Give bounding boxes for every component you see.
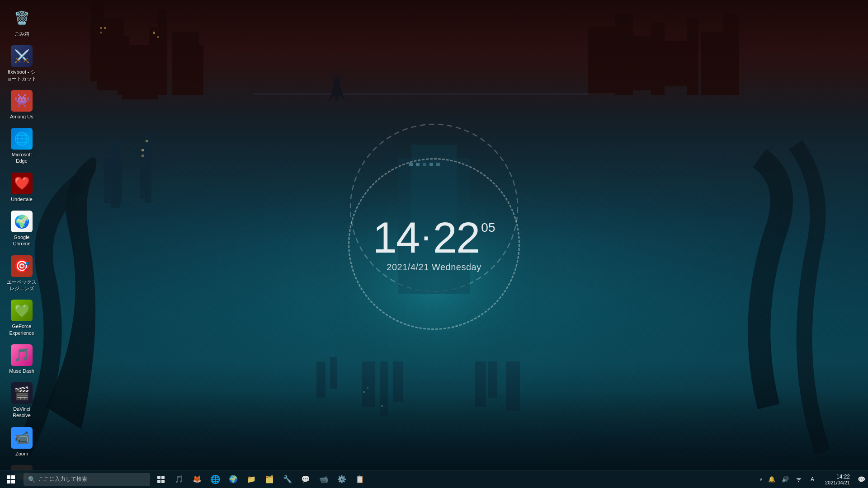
desktop-icon-img-undertale: ❤️ — [11, 173, 33, 194]
desktop-icon-recycle-bin[interactable]: 🗑️ごみ箱 — [4, 4, 40, 41]
tray-language-icon[interactable]: A — [806, 470, 819, 488]
taskbar-search[interactable]: 🔍 ここに入力して検索 — [24, 473, 150, 486]
desktop-icon-label-davinci-resolve: DaVinci Resolve — [5, 406, 38, 419]
taskbar-edge-button[interactable]: 🌐 — [206, 470, 224, 488]
svg-rect-61 — [157, 480, 160, 483]
svg-rect-59 — [157, 476, 160, 479]
system-tray: ∧ 🔔 🔊 A — [758, 470, 821, 488]
desktop-icon-img-apex-legends: 🎯 — [11, 255, 33, 277]
desktop-icon-label-among-us: Among Us — [10, 113, 33, 120]
tray-network-icon[interactable] — [793, 470, 805, 488]
desktop-icon-label-geforce-experience: GeForce Experience — [5, 323, 38, 336]
start-button[interactable] — [0, 470, 22, 488]
svg-rect-55 — [7, 475, 10, 479]
taskbar-music-button[interactable]: 🎵 — [170, 470, 188, 488]
tray-notification-icon[interactable]: 🔔 — [765, 470, 778, 488]
svg-rect-56 — [11, 475, 15, 479]
desktop-icon-img-zoom: 📹 — [11, 427, 33, 449]
desktop-icon-among-us[interactable]: 👾Among Us — [4, 86, 40, 123]
taskbar-clipboard-button[interactable]: 📋 — [351, 470, 369, 488]
taskbar-discord-button[interactable]: 💬 — [297, 470, 315, 488]
desktop-icon-img-recycle-bin: 🗑️ — [11, 7, 33, 29]
taskbar-zoom-button[interactable]: 📹 — [315, 470, 333, 488]
desktop-icon-davinci-resolve[interactable]: 🎬DaVinci Resolve — [4, 379, 40, 422]
svg-rect-58 — [11, 480, 15, 483]
desktop-icon-label-muse-dash: Muse Dash — [9, 368, 34, 374]
taskbar-date: 2021/04/21 — [825, 480, 850, 485]
taskbar-chrome-button[interactable]: 🌍 — [224, 470, 242, 488]
taskbar-clock[interactable]: 14:22 2021/04/21 — [821, 470, 854, 488]
desktop-icon-img-microsoft-edge: 🌐 — [11, 128, 33, 150]
tray-volume-icon[interactable]: 🔊 — [779, 470, 792, 488]
taskbar-search-label: ここに入力して検索 — [38, 475, 87, 483]
taskbar-browser-button[interactable]: 🗂️ — [260, 470, 278, 488]
desktop-icon-label-microsoft-edge: Microsoft Edge — [5, 151, 38, 164]
desktop-icon-label-ffxiv-boot: ffxivboot - ショートカット — [5, 69, 38, 82]
desktop-icon-geforce-experience[interactable]: 💚GeForce Experience — [4, 296, 40, 340]
taskbar-time: 14:22 — [836, 474, 850, 480]
desktop-icon-label-zoom: Zoom — [15, 450, 28, 457]
task-view-button[interactable] — [152, 470, 170, 488]
taskbar-settings-button[interactable]: ⚙️ — [333, 470, 351, 488]
desktop-icon-apex-legends[interactable]: 🎯エーペックスレジェンズ — [4, 252, 40, 296]
desktop-icon-microsoft-edge[interactable]: 🌐Microsoft Edge — [4, 124, 40, 168]
taskbar-firefox-button[interactable]: 🦊 — [188, 470, 206, 488]
desktop: 🗑️ごみ箱⚔️ffxivboot - ショートカット👾Among Us🌐Micr… — [0, 0, 868, 470]
desktop-icon-img-among-us: 👾 — [11, 90, 33, 112]
svg-rect-60 — [161, 476, 165, 479]
taskbar: 🔍 ここに入力して検索 🎵 🦊 🌐 🌍 📁 🗂️ 🔧 💬 📹 ⚙️ 📋 ∧ 🔔 … — [0, 470, 868, 488]
desktop-icon-google-chrome[interactable]: 🌍Google Chrome — [4, 207, 40, 251]
desktop-icon-label-recycle-bin: ごみ箱 — [14, 31, 29, 37]
svg-rect-57 — [7, 480, 10, 483]
search-icon: 🔍 — [28, 476, 36, 483]
desktop-icon-label-apex-legends: エーペックスレジェンズ — [5, 279, 38, 292]
taskbar-tool-button[interactable]: 🔧 — [278, 470, 297, 488]
desktop-icon-ffxiv-boot[interactable]: ⚔️ffxivboot - ショートカット — [4, 42, 40, 85]
desktop-icon-img-muse-dash: 🎵 — [11, 344, 33, 366]
desktop-icon-label-google-chrome: Google Chrome — [5, 234, 38, 247]
desktop-icon-img-davinci-resolve: 🎬 — [11, 382, 33, 404]
desktop-icon-img-google-chrome: 🌍 — [11, 211, 33, 232]
desktop-icon-zoom[interactable]: 📹Zoom — [4, 423, 40, 460]
desktop-icon-undertale[interactable]: ❤️Undertale — [4, 169, 40, 206]
desktop-icon-grid: 🗑️ごみ箱⚔️ffxivboot - ショートカット👾Among Us🌐Micr… — [0, 0, 43, 488]
svg-rect-62 — [161, 480, 165, 483]
desktop-icon-img-ffxiv-boot: ⚔️ — [11, 45, 33, 67]
tray-expand-button[interactable]: ∧ — [758, 477, 764, 482]
desktop-icon-img-geforce-experience: 💚 — [11, 300, 33, 321]
desktop-icon-muse-dash[interactable]: 🎵Muse Dash — [4, 341, 40, 378]
notification-center-button[interactable]: 💬 — [854, 470, 868, 488]
desktop-icon-label-undertale: Undertale — [11, 196, 33, 202]
taskbar-explorer-button[interactable]: 📁 — [242, 470, 260, 488]
